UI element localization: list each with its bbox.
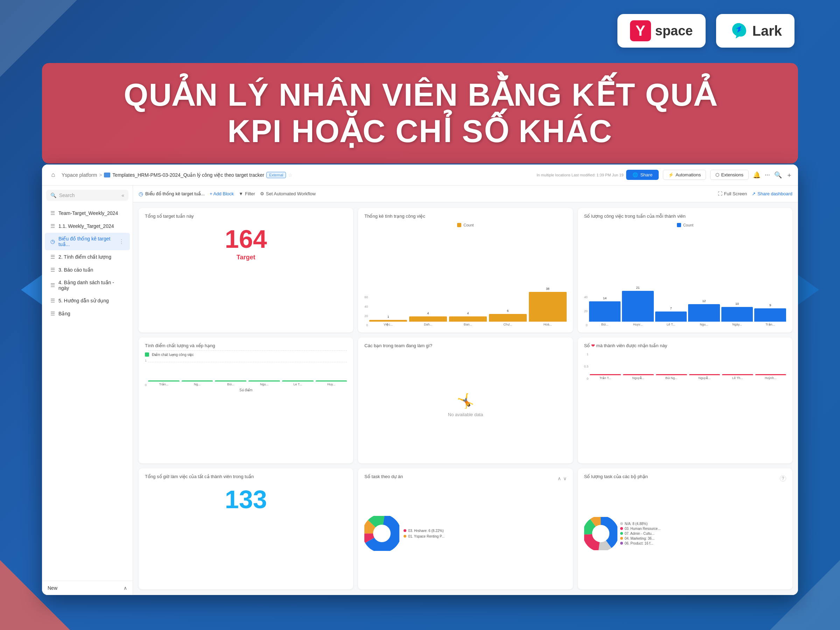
- quality-y-axis: 10: [145, 359, 148, 387]
- breadcrumb: Yspace platform > Templates_HRM-PMS-03-2…: [62, 172, 532, 178]
- collapse-button[interactable]: «: [122, 193, 124, 198]
- external-badge: External: [266, 172, 286, 178]
- y-axis-member: 40200: [584, 295, 589, 327]
- dots-menu-icon[interactable]: ⋮: [118, 238, 124, 245]
- heart-chart: 10.50 Trần T... Nguyễ... Bùi Ng... Nguyễ…: [584, 352, 786, 381]
- task-project-content: 03. Hrshare: 6 (8.22%) 01. Yspace Rentin…: [364, 483, 566, 584]
- y-axis-status: 6040200: [364, 295, 369, 327]
- card-quality-title: Tính điểm chất lượng và xếp hạng: [145, 343, 347, 348]
- fullscreen-button[interactable]: ⛶ Full Screen: [718, 191, 747, 196]
- workflow-button[interactable]: ⚙ Set Automated Workflow: [260, 191, 316, 196]
- heart-icon: ❤: [591, 343, 595, 348]
- search-input[interactable]: Search: [59, 193, 74, 198]
- breadcrumb-sep: >: [99, 172, 102, 178]
- no-data-text: No available data: [448, 412, 483, 417]
- dot-hr: [620, 527, 623, 530]
- card-task-project: Số task theo dự án ∧ ∨: [358, 468, 573, 589]
- bar-huy: 21 Huyv...: [622, 291, 654, 326]
- legend-hr: 03. Human Resource...: [620, 527, 661, 531]
- card-team-doing-title: Các bạn trong team đang làm gì?: [364, 343, 566, 348]
- share-dash-icon: ↗: [752, 191, 756, 196]
- total-target-number: 164: [145, 226, 347, 252]
- card-controls[interactable]: ∧ ∨: [557, 476, 567, 481]
- bell-icon[interactable]: 🔔: [753, 171, 761, 179]
- bar-le-q: Le T...: [282, 381, 314, 386]
- add-block-button[interactable]: + Add Block: [210, 191, 234, 196]
- bar-le-h: Lê Th...: [722, 374, 753, 380]
- quality-chart: 10 Trần... Ng... Bùi... Ngu...: [145, 359, 347, 387]
- card-task-project-header: Số task theo dự án ∧ ∨: [364, 474, 566, 483]
- table-icon-6: ☰: [51, 297, 55, 304]
- add-icon[interactable]: ＋: [786, 171, 793, 179]
- quality-grid-line: [148, 351, 347, 351]
- yspace-logo-card: Y space: [617, 14, 706, 47]
- table-icon-2: ☰: [51, 223, 55, 229]
- content-pane: ◷ Biểu đồ thống kê target tuầ... + Add B…: [133, 185, 798, 595]
- share-button[interactable]: 🌐 Share: [626, 170, 659, 180]
- extensions-button[interactable]: ⬡ Extensions: [710, 170, 748, 180]
- top-bar: ⌂ Yspace platform > Templates_HRM-PMS-03…: [42, 164, 798, 185]
- bar-ngu1: 12 Ngu...: [688, 304, 720, 326]
- card-task-dept-title: Số lượng task của các bộ phận: [584, 474, 648, 479]
- sidebar-footer: New ∧: [42, 581, 133, 595]
- quality-bars-wrap: Trần... Ng... Bùi... Ngu... Le T... Huy.…: [148, 351, 347, 387]
- member-legend: Count: [584, 223, 786, 227]
- filter-button[interactable]: ▼ Filter: [239, 191, 255, 196]
- search-icon[interactable]: 🔍: [774, 171, 782, 179]
- share-dashboard-button[interactable]: ↗ Share dashboard: [752, 191, 793, 196]
- new-label: New: [47, 585, 57, 591]
- bar-hoa: 38 Hoà...: [529, 292, 567, 326]
- pie-chart-dept: [584, 517, 617, 550]
- legend-label-count: Count: [463, 223, 474, 227]
- no-data-area: 🤸 No available data: [364, 352, 566, 458]
- chevron-up-proj[interactable]: ∧: [557, 476, 561, 481]
- chart-tab[interactable]: ◷ Biểu đồ thống kê target tuầ...: [139, 191, 205, 197]
- table-icon-4: ☰: [51, 267, 55, 273]
- legend-hrshare: 03. Hrshare: 6 (8.22%): [404, 529, 445, 533]
- auto-icon: ⚡: [668, 172, 674, 177]
- sidebar-item-huong-dan[interactable]: ☰ 5. Hướng dẫn sử dụng: [45, 294, 130, 307]
- legend-na: N/A: 8 (4.88%): [620, 522, 661, 526]
- sidebar-item-tinh-diem[interactable]: ☰ 2. Tính điểm chất lượng: [45, 251, 130, 263]
- label-admin: 07. Admin - Cultu...: [625, 532, 655, 535]
- chevron-up-icon[interactable]: ∧: [123, 585, 127, 591]
- help-icon[interactable]: ?: [780, 475, 786, 482]
- app-window: ⌂ Yspace platform > Templates_HRM-PMS-03…: [42, 164, 798, 595]
- yspace-y-icon: Y: [630, 20, 651, 41]
- chevron-down-proj[interactable]: ∨: [563, 476, 567, 481]
- bar-tran: 9 Trần...: [754, 308, 786, 326]
- table-icon-7: ☰: [51, 311, 55, 317]
- card-heart-title: Số ❤ mà thành viên được nhận tuần này: [584, 343, 786, 348]
- dot-yspace: [404, 535, 406, 538]
- clock-icon: ◷: [139, 191, 143, 197]
- home-button[interactable]: ⌂: [47, 169, 59, 181]
- automations-button[interactable]: ⚡ Automations: [663, 170, 706, 180]
- more-icon[interactable]: ···: [765, 171, 770, 178]
- dashboard-grid: Tổng số target tuần này 164 Target Thống…: [133, 202, 798, 595]
- sub-toolbar-right: ⛶ Full Screen ↗ Share dashboard: [718, 191, 793, 196]
- bar-ngu-q: Ngu...: [248, 381, 280, 386]
- bar-nguye-h: Nguyễ...: [689, 374, 720, 380]
- sidebar-item-team-target[interactable]: ☰ Team-Target_Weekly_2024: [45, 207, 130, 219]
- bar-vic: 1 Việc...: [369, 320, 407, 326]
- sidebar-item-bang[interactable]: ☰ Bảng: [45, 307, 130, 320]
- bar-bui-h: Bùi Ng...: [656, 374, 687, 380]
- sidebar-item-weekly-target[interactable]: ☰ 1.1. Weekly_Target_2024: [45, 220, 130, 232]
- dot-admin: [620, 532, 623, 535]
- sidebar-item-bang-ds[interactable]: ☰ 4. Bảng danh sách tuần - ngày: [45, 276, 130, 294]
- sidebar-item-bieu-do[interactable]: ◷ Biểu đồ thống kê target tuầ... ⋮: [45, 233, 130, 250]
- legend-admin: 07. Admin - Cultu...: [620, 532, 661, 535]
- lark-icon: [729, 21, 748, 41]
- dot-product: [620, 542, 623, 545]
- sidebar-item-bao-cao[interactable]: ☰ 3. Báo cáo tuần: [45, 264, 130, 276]
- breadcrumb-file: Templates_HRM-PMS-03-2024_Quản lý công v…: [104, 172, 293, 178]
- search-box[interactable]: 🔍 Search «: [46, 190, 128, 201]
- top-bar-actions: 🌐 Share ⚡ Automations ⬡ Extensions 🔔 ···…: [626, 170, 793, 180]
- card-task-dept: Số lượng task của các bộ phận ?: [578, 468, 793, 589]
- bar-ngu-h: Nguyễ...: [623, 374, 654, 380]
- main-content: 🔍 Search « ☰ Team-Target_Weekly_2024 ☰ 1…: [42, 185, 798, 595]
- star-icon[interactable]: ☆: [288, 172, 293, 178]
- yspace-logo-text: space: [655, 24, 693, 38]
- lark-logo-card: Lark: [716, 14, 795, 47]
- task-dept-content: N/A: 8 (4.88%) 03. Human Resource... 07.…: [584, 483, 786, 584]
